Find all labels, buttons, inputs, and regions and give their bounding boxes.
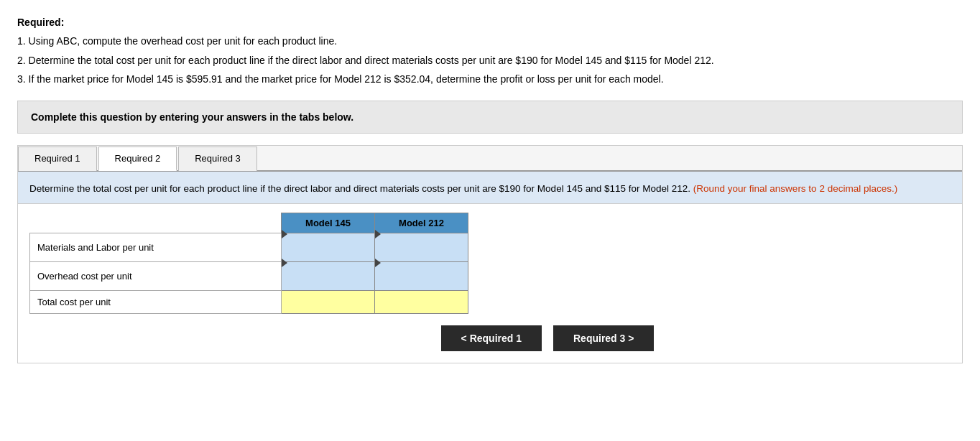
triangle-marker2: [375, 230, 381, 238]
table-row: Total cost per unit: [30, 290, 468, 313]
triangle-marker: [282, 230, 287, 238]
input-materials-model212[interactable]: [375, 233, 468, 261]
instruction-item1: 1. Using ABC, compute the overhead cost …: [17, 33, 963, 49]
cost-table: Model 145 Model 212 Materials and Labor …: [29, 213, 468, 314]
row-label-materials: Materials and Labor per unit: [30, 233, 282, 261]
input-total-212-field[interactable]: [375, 291, 468, 313]
row-label-overhead: Overhead cost per unit: [30, 261, 282, 290]
table-row: Materials and Labor per unit: [30, 233, 468, 261]
data-table-wrapper: Model 145 Model 212 Materials and Labor …: [18, 204, 962, 363]
next-button[interactable]: Required 3 >: [553, 325, 654, 351]
input-total-model145[interactable]: [282, 290, 375, 313]
bottom-buttons: < Required 1 Required 3 >: [29, 325, 951, 351]
input-materials-212-field[interactable]: [375, 239, 468, 267]
input-materials-145-field[interactable]: [282, 239, 374, 267]
col-model145: Model 145: [282, 213, 375, 233]
input-materials-model145[interactable]: [282, 233, 375, 261]
tab-required3[interactable]: Required 3: [178, 147, 257, 171]
prev-button[interactable]: < Required 1: [441, 325, 542, 351]
required-label: Required:: [17, 17, 64, 28]
tabs-row: Required 1 Required 2 Required 3: [18, 146, 962, 172]
input-total-145-field[interactable]: [282, 291, 374, 313]
instructions-block: Required: 1. Using ABC, compute the over…: [17, 14, 963, 88]
round-note: (Round your final answers to 2 decimal p…: [693, 183, 897, 194]
complete-box: Complete this question by entering your …: [17, 101, 963, 134]
triangle-marker4: [375, 259, 381, 267]
instruction-item3: 3. If the market price for Model 145 is …: [17, 71, 963, 87]
row-label-total: Total cost per unit: [30, 290, 282, 313]
tab-required2[interactable]: Required 2: [98, 147, 177, 171]
input-total-model212[interactable]: [375, 290, 468, 313]
tab-description: Determine the total cost per unit for ea…: [18, 172, 962, 204]
tab-description-text: Determine the total cost per unit for ea…: [29, 183, 690, 194]
tabs-container: Required 1 Required 2 Required 3 Determi…: [17, 145, 963, 363]
instruction-item2: 2. Determine the total cost per unit for…: [17, 52, 963, 68]
col-model212: Model 212: [375, 213, 468, 233]
triangle-marker3: [282, 259, 287, 267]
tab-required1[interactable]: Required 1: [18, 147, 97, 171]
